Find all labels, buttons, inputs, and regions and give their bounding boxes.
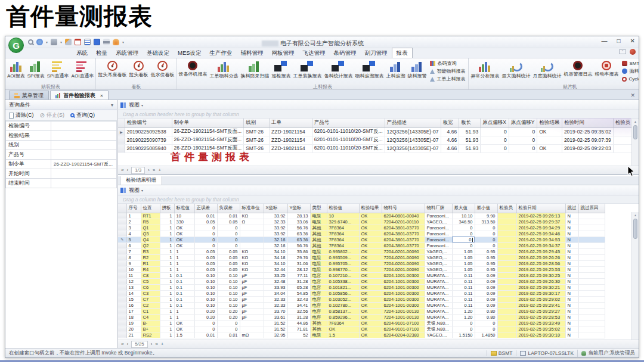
cell[interactable]: YAGEO,...: [425, 266, 452, 272]
cell[interactable]: [578, 290, 605, 296]
cell[interactable]: Q2: [141, 242, 160, 248]
menu-tab-9[interactable]: 条码管理: [330, 48, 361, 58]
ribbon-item-g0-3[interactable]: AOI直通率: [70, 59, 95, 83]
cell[interactable]: 35.86: [287, 248, 310, 254]
ribbon-item-g2-2[interactable]: 换料防呆扫描: [239, 59, 270, 83]
list-icon[interactable]: [84, 39, 91, 45]
cell[interactable]: 0: [475, 225, 497, 231]
pager-next-icon[interactable]: ›: [151, 341, 153, 347]
cell[interactable]: 其他: [310, 326, 327, 332]
cell[interactable]: 其他: [310, 242, 327, 248]
cell[interactable]: [578, 225, 605, 231]
cell[interactable]: 31.28: [287, 278, 310, 284]
minimize-button[interactable]: —: [602, 38, 608, 44]
cell[interactable]: 7F8364: [327, 320, 359, 326]
cell[interactable]: 0.05: [194, 248, 217, 254]
cell[interactable]: N: [565, 290, 578, 296]
table-row[interactable]: 9R1110.050.05KΩ34.1031.06电阻0.995705...OK…: [118, 260, 605, 266]
cell[interactable]: 6: [126, 242, 141, 248]
menu-tab-7[interactable]: 网板管理: [268, 48, 299, 58]
cell[interactable]: OK: [537, 144, 562, 153]
ribbon-item-g0-1[interactable]: SPI报表: [26, 59, 46, 83]
cell[interactable]: Q3: [141, 231, 160, 237]
cell[interactable]: OK: [359, 219, 382, 225]
column-header-10[interactable]: 检验值: [327, 204, 359, 213]
cell[interactable]: R1: [141, 260, 160, 266]
cell[interactable]: 7F8364: [327, 231, 359, 237]
cell[interactable]: 6204-3801-03770: [382, 237, 425, 242]
cell[interactable]: 29.76: [287, 254, 310, 260]
cell[interactable]: 2019-02-25 09:29:41: [516, 302, 565, 308]
cell[interactable]: [240, 237, 264, 242]
cell[interactable]: 65.28: [287, 284, 310, 290]
cell[interactable]: MURATA...: [425, 296, 452, 302]
ribbon-item-g3-3[interactable]: 机器警报日志: [562, 59, 593, 83]
cell[interactable]: 电阻: [310, 266, 327, 272]
cell[interactable]: N: [565, 326, 578, 332]
cell[interactable]: 0.09: [475, 290, 497, 296]
cell[interactable]: R5: [141, 219, 160, 225]
cell[interactable]: [578, 237, 605, 242]
cell[interactable]: 1: [174, 266, 194, 272]
table-row[interactable]: 13C610.10.100.10μF33.9365.28电容0.101821..…: [118, 284, 605, 290]
cell[interactable]: [497, 242, 516, 248]
cell[interactable]: [578, 308, 605, 314]
dropdown-caret-icon[interactable]: ▾: [60, 40, 62, 44]
form-input-0[interactable]: [51, 122, 117, 131]
cell[interactable]: 0.20: [194, 314, 217, 320]
table-row[interactable]: ✎5Q41OK0032.1863.36其他7F8364OK6204-3801-0…: [118, 237, 605, 242]
ribbon-item-g2-0[interactable]: 设备停机报表: [177, 59, 208, 83]
cell[interactable]: 电容: [310, 290, 327, 296]
pager-first-icon[interactable]: «: [121, 341, 123, 347]
cell[interactable]: 1.5: [174, 332, 194, 338]
cell[interactable]: [497, 296, 516, 302]
menu-tab-10[interactable]: 刮刀管理: [361, 48, 392, 58]
cell[interactable]: 329.6740...: [327, 219, 359, 225]
cell[interactable]: 4.66: [441, 144, 459, 153]
cell[interactable]: MURATA...: [425, 308, 452, 314]
ribbon-stacked-g3-2[interactable]: Cycle Time报表: [622, 76, 639, 82]
cell[interactable]: 20190225092538: [125, 127, 172, 136]
cell[interactable]: [578, 332, 605, 338]
cell[interactable]: [497, 231, 516, 237]
cell[interactable]: μF: [240, 290, 264, 296]
cell[interactable]: 2019-02-25 09:29:45: [516, 248, 565, 254]
cell[interactable]: 1.20: [452, 308, 475, 314]
cell[interactable]: [497, 308, 516, 314]
cell[interactable]: 31.28: [287, 314, 310, 320]
cell[interactable]: YAGEO,...: [425, 248, 452, 254]
cell[interactable]: [578, 272, 605, 278]
cell[interactable]: 0.10: [217, 296, 240, 302]
ribbon-stacked-g2-2[interactable]: 工单上料报表: [430, 76, 465, 82]
table-row[interactable]: ▶2019022509253826-ZZD-19021154-SMT反面...S…: [118, 127, 639, 136]
cell[interactable]: OK: [174, 231, 194, 237]
cell[interactable]: 2019-02-25 09:34:46: [516, 231, 565, 237]
doc-tab-1[interactable]: 首件检验报表×: [50, 91, 109, 99]
cell[interactable]: OK: [174, 237, 194, 242]
cell[interactable]: OK: [359, 302, 382, 308]
menu-tab-3[interactable]: 基础设定: [143, 48, 174, 58]
ribbon-stacked-g2-1[interactable]: 智能物料报表: [430, 68, 465, 74]
cell[interactable]: 1.5150: [452, 332, 475, 338]
cell[interactable]: C8: [141, 272, 160, 278]
cell[interactable]: 0: [452, 326, 475, 332]
cell[interactable]: [497, 326, 516, 332]
cell[interactable]: 0.105338...: [327, 278, 359, 284]
ribbon-collapse-icon[interactable]: ⌃: [619, 49, 626, 54]
cell[interactable]: 16: [126, 302, 141, 308]
cell[interactable]: [497, 260, 516, 266]
cell[interactable]: N: [565, 302, 578, 308]
cell[interactable]: OK: [359, 278, 382, 284]
cell[interactable]: 电阻: [310, 219, 327, 225]
menu-tab-0[interactable]: 系统: [72, 48, 92, 58]
cell[interactable]: N: [565, 254, 578, 260]
cell[interactable]: 电容: [310, 308, 327, 314]
cell[interactable]: YAGEO,...: [425, 260, 452, 266]
cell[interactable]: [578, 314, 605, 320]
cell[interactable]: 7204-0201-00090: [382, 254, 425, 260]
cell[interactable]: 0: [452, 231, 475, 237]
cell[interactable]: 33.61: [264, 314, 287, 320]
table-row[interactable]: 8R2110.050.05KΩ34.1829.76电阻0.993509...OK…: [118, 254, 605, 260]
cell[interactable]: SMT-26: [244, 127, 270, 136]
cell[interactable]: 0: [452, 242, 475, 248]
